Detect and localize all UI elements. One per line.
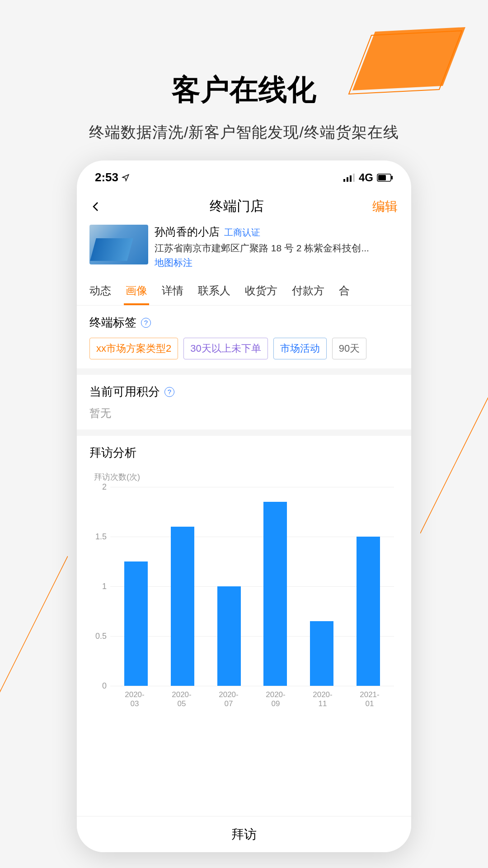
chart-area: 00.511.52 [110, 487, 394, 686]
xtick: 2020-09 [262, 690, 289, 708]
ytick: 0.5 [89, 632, 107, 641]
tab-2[interactable]: 详情 [162, 277, 183, 305]
phone-frame: 2:53 4G 终端门店 编辑 孙尚香的小店 工商认证 [77, 160, 411, 852]
terminal-tags-section: 终端标签 ? xx市场方案类型230天以上未下单市场活动90天 [77, 306, 411, 368]
points-section: 当前可用积分 ? 暂无 [77, 375, 411, 429]
help-icon[interactable]: ? [164, 387, 174, 397]
decorative-line-right [420, 353, 488, 533]
svg-rect-2 [343, 179, 345, 182]
xtick: 2020-07 [215, 690, 242, 708]
svg-rect-8 [391, 176, 393, 179]
svg-rect-4 [350, 175, 352, 182]
decorative-parallelogram [348, 18, 474, 99]
tab-0[interactable]: 动态 [89, 277, 111, 305]
back-icon[interactable] [90, 201, 101, 212]
status-bar: 2:53 4G [77, 160, 411, 189]
bar-2020-11 [310, 621, 333, 686]
visit-analysis-section: 拜访分析 拜访次数(次) 00.511.52 2020-032020-05202… [77, 436, 411, 708]
terminal-tags-title: 终端标签 [89, 315, 136, 330]
tag-0[interactable]: xx市场方案类型2 [89, 338, 178, 359]
ytick: 0 [89, 681, 107, 691]
chart-ylabel: 拜访次数(次) [94, 472, 399, 482]
ytick: 1.5 [89, 532, 107, 542]
page-title: 终端门店 [210, 197, 264, 216]
tab-5[interactable]: 付款方 [292, 277, 324, 305]
bar-2020-09 [263, 502, 287, 686]
help-icon[interactable]: ? [141, 318, 151, 328]
xtick: 2020-03 [121, 690, 148, 708]
svg-rect-7 [378, 175, 386, 180]
svg-line-0 [420, 353, 488, 533]
nav-bar: 终端门店 编辑 [77, 189, 411, 225]
location-arrow-icon [122, 170, 130, 184]
xtick: 2021-01 [356, 690, 383, 708]
svg-line-1 [0, 556, 68, 737]
store-name: 孙尚香的小店 [155, 225, 220, 239]
store-card[interactable]: 孙尚香的小店 工商认证 江苏省南京市建邺区广聚路 18 号 2 栋紫金科技创..… [77, 225, 411, 277]
tab-1[interactable]: 画像 [126, 277, 147, 305]
visit-analysis-title: 拜访分析 [89, 445, 399, 461]
tab-3[interactable]: 联系人 [198, 277, 230, 305]
svg-rect-5 [353, 174, 355, 182]
points-value: 暂无 [89, 406, 399, 420]
tabs: 动态画像详情联系人收货方付款方合 [77, 277, 411, 306]
xtick: 2020-11 [309, 690, 336, 708]
bar-2020-05 [171, 527, 194, 686]
marketing-subtitle: 终端数据清洗/新客户智能发现/终端货架在线 [0, 122, 488, 143]
bar-2020-07 [217, 586, 241, 686]
tag-2[interactable]: 市场活动 [273, 338, 327, 359]
signal-icon [343, 174, 355, 182]
tab-4[interactable]: 收货方 [245, 277, 277, 305]
xtick: 2020-05 [168, 690, 195, 708]
bar-2021-01 [357, 537, 380, 686]
edit-button[interactable]: 编辑 [372, 198, 398, 215]
tag-1[interactable]: 30天以上未下单 [183, 338, 267, 359]
bar-2020-03 [124, 561, 148, 686]
battery-icon [377, 174, 393, 182]
status-time: 2:53 [95, 170, 130, 184]
decorative-line-left [0, 556, 68, 737]
points-title: 当前可用积分 [89, 384, 160, 400]
map-annotation-link[interactable]: 地图标注 [155, 256, 399, 269]
svg-rect-3 [347, 177, 348, 182]
ytick: 2 [89, 482, 107, 492]
tab-6[interactable]: 合 [339, 277, 350, 305]
visit-button[interactable]: 拜访 [77, 816, 411, 852]
tag-3[interactable]: 90天 [332, 338, 366, 359]
network-label: 4G [359, 171, 373, 184]
ytick: 1 [89, 582, 107, 591]
store-address: 江苏省南京市建邺区广聚路 18 号 2 栋紫金科技创... [155, 242, 399, 255]
store-thumbnail [89, 225, 148, 264]
store-cert-link[interactable]: 工商认证 [224, 226, 260, 239]
